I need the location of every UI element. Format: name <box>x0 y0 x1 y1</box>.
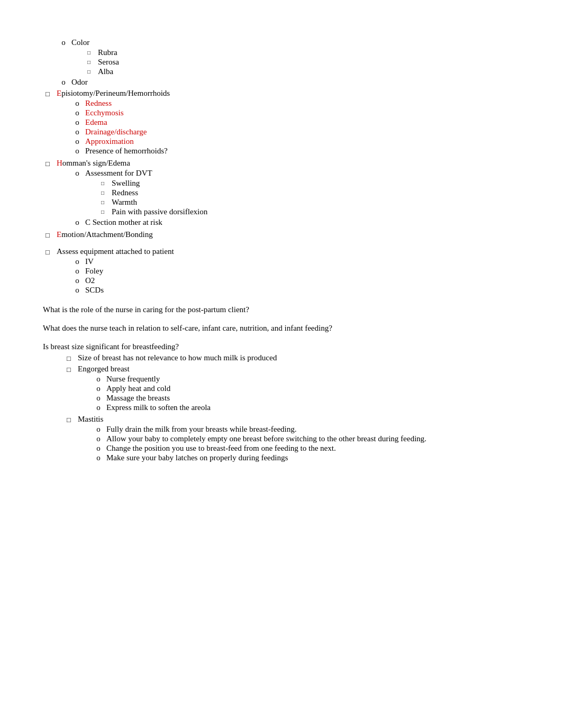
item-text: C Section mother at risk <box>85 218 162 227</box>
bullet-o: o <box>72 286 82 295</box>
bullet-square: □ <box>43 160 52 168</box>
item-text: Allow your baby to completely empty one … <box>106 434 427 443</box>
item-text: SCDs <box>85 286 104 295</box>
bullet-o: o <box>72 147 82 156</box>
list-item: □ Episiotomy/Perineum/Hemorrhoids o Redn… <box>43 89 519 157</box>
sq-bullet: □ <box>101 209 108 215</box>
item-text: Fully drain the milk from your breasts w… <box>106 425 297 434</box>
dvt-sublist: □ Swelling □ Redness □ Warmth <box>85 179 207 216</box>
mastitis-sublist: o Fully drain the milk from your breasts… <box>78 425 427 462</box>
list-item: o Odor <box>59 78 519 87</box>
bullet-o: o <box>72 257 82 266</box>
item-text: Edema <box>85 118 107 127</box>
list-item: □ Redness <box>101 188 207 197</box>
bullet-o: o <box>72 276 82 285</box>
item-text: Drainage/discharge <box>85 128 147 136</box>
bullet-o: o <box>59 78 68 87</box>
bullet-o: o <box>94 425 103 434</box>
bullet-o: o <box>72 267 82 276</box>
list-item: □ Size of breast has not relevance to ho… <box>64 353 519 363</box>
list-item: o Color □ Rubra □ Serosa □ Alba <box>59 38 519 77</box>
assess-sublist: o IV o Foley o O2 o SCDs <box>57 257 174 295</box>
item-text: Assessment for DVT <box>85 169 152 177</box>
episiotomy-section: □ Episiotomy/Perineum/Hemorrhoids o Redn… <box>43 89 519 157</box>
item-text: Color <box>71 38 89 47</box>
list-item: o Ecchymosis <box>72 108 170 117</box>
para-nurse-teach: What does the nurse teach in relation to… <box>43 324 519 333</box>
bullet-o: o <box>72 218 82 227</box>
item-text: O2 <box>85 276 95 285</box>
bullet-square: □ <box>64 416 74 424</box>
breastfeeding-section: □ Size of breast has not relevance to ho… <box>43 353 519 463</box>
sq-bullet: □ <box>101 190 108 196</box>
list-item: o Foley <box>72 267 174 276</box>
item-text: Odor <box>71 78 88 87</box>
item-text: Massage the breasts <box>106 394 170 403</box>
list-item: o Apply heat and cold <box>94 384 211 393</box>
item-text: Express milk to soften the areola <box>106 403 211 412</box>
item-text: Presence of hemorrhoids? <box>85 147 168 156</box>
item-text: Make sure your baby latches on properly … <box>106 453 288 462</box>
list-item: o Massage the breasts <box>94 394 211 403</box>
item-text: IV <box>85 257 94 266</box>
list-item: o Nurse frequently <box>94 375 211 384</box>
bullet-o: o <box>72 169 82 178</box>
bullet-o: o <box>72 118 82 127</box>
list-item: □ Homman's sign/Edema o Assessment for D… <box>43 159 519 228</box>
item-text: Size of breast has not relevance to how … <box>78 353 277 362</box>
list-item: o Approximation <box>72 137 170 146</box>
sq-bullet: □ <box>101 199 108 205</box>
item-text: Homman's sign/Edema <box>57 159 130 167</box>
list-item: o Assessment for DVT □ Swelling □ R <box>72 169 207 217</box>
item-text: Ecchymosis <box>85 108 124 117</box>
bullet-square: □ <box>43 248 52 257</box>
bullet-o: o <box>94 434 103 443</box>
item-text: Mastitis <box>78 415 103 423</box>
list-item: o IV <box>72 257 174 266</box>
item-text: Approximation <box>85 137 134 146</box>
list-item: o Express milk to soften the areola <box>94 403 211 412</box>
homman-section: □ Homman's sign/Edema o Assessment for D… <box>43 159 519 228</box>
color-sublist: □ Rubra □ Serosa □ Alba <box>71 48 119 76</box>
list-item: o Presence of hemorrhoids? <box>72 147 170 156</box>
list-item: □ Serosa <box>87 58 119 67</box>
para-breast-size: Is breast size significant for breastfee… <box>43 342 519 351</box>
list-item: □ Pain with passive dorsiflexion <box>101 207 207 216</box>
bullet-square: □ <box>43 90 52 98</box>
list-item: o SCDs <box>72 286 174 295</box>
list-item: o Change the position you use to breast-… <box>94 444 427 453</box>
list-item: □ Rubra <box>87 48 119 57</box>
bullet-o: o <box>94 444 103 453</box>
item-text: Redness <box>85 99 112 108</box>
list-item: o Allow your baby to completely empty on… <box>94 434 427 443</box>
item-text: Foley <box>85 267 103 276</box>
list-item: o Edema <box>72 118 170 127</box>
item-text: Pain with passive dorsiflexion <box>112 207 207 216</box>
item-text: Nurse frequently <box>106 375 160 384</box>
bullet-o: o <box>72 108 82 117</box>
list-item: o Redness <box>72 99 170 108</box>
bullet-o: o <box>59 38 68 47</box>
sq-bullet: □ <box>87 50 95 56</box>
main-content: o Color □ Rubra □ Serosa □ Alba <box>43 21 519 463</box>
item-text: Episiotomy/Perineum/Hemorrhoids <box>57 89 170 97</box>
list-item: □ Warmth <box>101 198 207 207</box>
episiotomy-sublist: o Redness o Ecchymosis o Edema o Drainag… <box>57 99 170 156</box>
item-text: Assess equipment attached to patient <box>57 247 174 256</box>
item-text: Warmth <box>112 198 137 207</box>
item-text: Engorged breast <box>78 365 130 373</box>
item-text: Alba <box>98 67 113 76</box>
bullet-o: o <box>94 453 103 462</box>
bullet-o: o <box>72 128 82 136</box>
homman-sublist: o Assessment for DVT □ Swelling □ R <box>57 169 207 227</box>
list-item: o Make sure your baby latches on properl… <box>94 453 427 462</box>
list-item: o Fully drain the milk from your breasts… <box>94 425 427 434</box>
para-nurse-role: What is the role of the nurse in caring … <box>43 305 519 314</box>
bullet-square: □ <box>64 366 74 374</box>
emotion-section: □ Emotion/Attachment/Bonding <box>43 230 519 240</box>
list-item: □ Assess equipment attached to patient o… <box>43 247 519 296</box>
bullet-square: □ <box>64 354 74 363</box>
bullet-square: □ <box>43 231 52 240</box>
assess-section: □ Assess equipment attached to patient o… <box>43 247 519 296</box>
list-item: □ Mastitis o Fully drain the milk from y… <box>64 415 519 463</box>
